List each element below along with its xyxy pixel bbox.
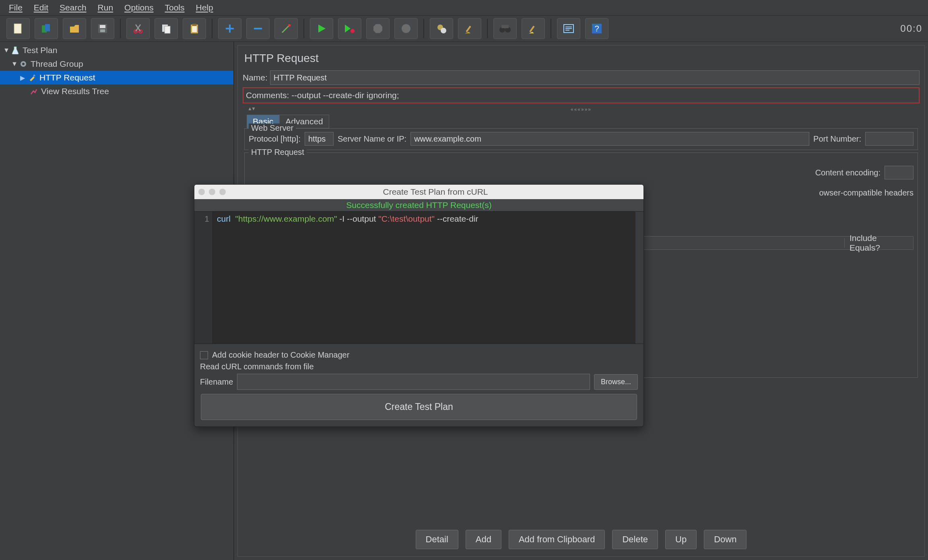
curl-editor[interactable]: 1 curl "https://www.example.com" -I --ou… (194, 211, 643, 344)
filename-input[interactable] (237, 374, 590, 390)
help-icon[interactable]: ? (585, 18, 608, 39)
protocol-input[interactable] (305, 132, 334, 146)
tree-label: Thread Group (31, 59, 83, 69)
row-action-buttons: Detail Add Add from Clipboard Delete Up … (238, 530, 924, 549)
pipette-icon (27, 73, 37, 82)
comments-label: Comments: (246, 91, 289, 100)
menu-edit[interactable]: Edit (28, 1, 54, 14)
add-button[interactable]: Add (466, 530, 501, 549)
cookie-checkbox[interactable] (200, 351, 208, 359)
cut-icon[interactable] (126, 18, 150, 39)
svg-rect-2 (45, 24, 50, 31)
stop-icon[interactable] (366, 18, 390, 39)
save-icon[interactable] (91, 18, 114, 39)
curl-code[interactable]: curl "https://www.example.com" -I --outp… (213, 212, 635, 344)
svg-rect-0 (14, 24, 21, 33)
editor-gutter: 1 (194, 212, 213, 344)
window-minimize-icon[interactable] (209, 189, 215, 195)
tree-label: View Results Tree (41, 86, 109, 96)
svg-point-26 (33, 75, 35, 77)
protocol-label: Protocol [http]: (249, 134, 301, 144)
svg-rect-11 (192, 26, 197, 32)
menu-options[interactable]: Options (119, 1, 159, 14)
detail-button[interactable]: Detail (416, 530, 458, 549)
browse-button[interactable]: Browse... (594, 374, 638, 390)
server-label: Server Name or IP: (338, 134, 406, 144)
svg-point-17 (441, 28, 446, 33)
svg-point-15 (402, 24, 410, 33)
sweep-icon[interactable] (458, 18, 481, 39)
toolbar: ? 00:0 (0, 15, 928, 42)
svg-rect-9 (165, 26, 170, 33)
clear-icon[interactable] (430, 18, 453, 39)
toggle-log-icon[interactable] (557, 18, 580, 39)
templates-icon[interactable] (35, 18, 58, 39)
tree-http-request[interactable]: ▶ HTTP Request (0, 71, 233, 84)
create-test-plan-button[interactable]: Create Test Plan (201, 394, 637, 420)
menu-search[interactable]: Search (54, 1, 92, 14)
cookie-label: Add cookie header to Cookie Manager (212, 350, 349, 360)
new-icon[interactable] (6, 18, 30, 39)
delete-button[interactable]: Delete (612, 530, 658, 549)
clean-icon[interactable] (522, 18, 545, 39)
svg-point-14 (351, 29, 355, 33)
content-encoding-label: Content encoding: (815, 168, 881, 177)
results-icon (29, 86, 39, 96)
tree-test-plan[interactable]: ▼ Test Plan (0, 43, 233, 57)
tree-label: Test Plan (23, 45, 57, 55)
request-tabs: Basic Advanced (247, 115, 920, 128)
menu-help[interactable]: Help (190, 1, 219, 14)
window-zoom-icon[interactable] (219, 189, 226, 195)
minus-icon[interactable] (246, 18, 270, 39)
comments-row: Comments: --output --create-dir ignoring… (243, 87, 920, 103)
wand-icon[interactable] (274, 18, 298, 39)
plus-icon[interactable] (218, 18, 241, 39)
comments-value[interactable]: --output --create-dir ignoring; (291, 91, 399, 100)
svg-rect-4 (100, 25, 105, 28)
copy-icon[interactable] (155, 18, 178, 39)
svg-point-25 (22, 63, 25, 65)
dialog-title: Create Test Plan from cURL (231, 187, 639, 197)
open-icon[interactable] (63, 18, 86, 39)
browser-headers-text: owser-compatible headers (819, 188, 914, 198)
name-input[interactable] (270, 70, 920, 85)
tree-view-results[interactable]: View Results Tree (0, 84, 233, 98)
flask-icon (10, 45, 20, 55)
window-close-icon[interactable] (198, 189, 205, 195)
panel-grip-icon[interactable]: «««»»» (243, 107, 920, 112)
menu-tools[interactable]: Tools (159, 1, 190, 14)
add-from-clipboard-button[interactable]: Add from Clipboard (509, 530, 605, 549)
run-nopause-icon[interactable] (338, 18, 361, 39)
th-include-equals[interactable]: Include Equals? (845, 233, 913, 253)
menu-file[interactable]: File (3, 1, 28, 14)
panel-title: HTTP Request (244, 52, 918, 65)
svg-rect-5 (100, 29, 105, 32)
port-input[interactable] (865, 132, 914, 146)
paste-icon[interactable] (183, 18, 206, 39)
binoculars-icon[interactable] (493, 18, 517, 39)
gear-icon (19, 59, 28, 69)
down-button[interactable]: Down (704, 530, 747, 549)
name-label: Name: (243, 73, 268, 82)
dialog-titlebar[interactable]: Create Test Plan from cURL (194, 185, 643, 199)
svg-rect-20 (501, 25, 509, 28)
svg-rect-12 (192, 24, 196, 26)
menu-run[interactable]: Run (92, 1, 119, 14)
editor-scrollbar[interactable] (635, 212, 643, 344)
tree-thread-group[interactable]: ▼ Thread Group (0, 57, 233, 71)
svg-point-13 (288, 24, 291, 27)
run-icon[interactable] (310, 18, 333, 39)
web-server-fieldset: Web Server Protocol [http]: Server Name … (244, 128, 918, 150)
filename-label: Filename (200, 377, 233, 387)
content-encoding-input[interactable] (885, 166, 914, 179)
tree-label: HTTP Request (39, 73, 95, 82)
elapsed-timer: 00:0 (900, 23, 924, 34)
web-server-legend: Web Server (249, 124, 296, 133)
success-message: Successfully created HTTP Request(s) (194, 199, 643, 211)
up-button[interactable]: Up (665, 530, 697, 549)
port-label: Port Number: (813, 134, 861, 144)
shutdown-icon[interactable] (394, 18, 418, 39)
http-request-legend: HTTP Request (249, 148, 307, 157)
server-name-input[interactable] (410, 132, 809, 146)
menubar: File Edit Search Run Options Tools Help (0, 0, 928, 15)
